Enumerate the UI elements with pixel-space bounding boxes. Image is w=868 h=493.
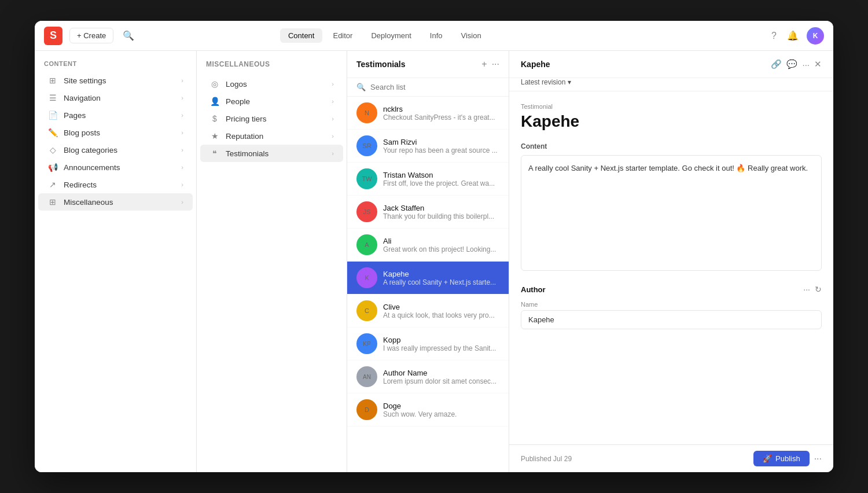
footer-right: 🚀 Publish ··· bbox=[753, 451, 822, 466]
sidebar-item-miscellaneous[interactable]: ⊞ Miscellaneous › bbox=[38, 193, 193, 211]
list-item-kapehe[interactable]: K Kapehe A really cool Sanity + Next.js … bbox=[347, 262, 509, 295]
more-options-button[interactable]: ··· bbox=[492, 59, 499, 69]
sidebar-label-miscellaneous: Miscellaneous bbox=[64, 198, 113, 207]
field-label-testimonial: Testimonial bbox=[521, 103, 822, 110]
close-icon[interactable]: ✕ bbox=[814, 59, 822, 69]
publish-button[interactable]: 🚀 Publish bbox=[753, 451, 810, 466]
item-preview-ali: Great work on this project! Looking... bbox=[383, 245, 499, 253]
panel2-label-logos: Logos bbox=[226, 80, 247, 89]
tab-content[interactable]: Content bbox=[280, 28, 323, 43]
author-refresh-button[interactable]: ↻ bbox=[815, 285, 822, 294]
navigation-icon: ☰ bbox=[47, 93, 58, 102]
sidebar-item-blog-posts[interactable]: ✏️ Blog posts › bbox=[38, 124, 193, 141]
list-item-author-name[interactable]: AN Author Name Lorem ipsum dolor sit ame… bbox=[347, 360, 509, 393]
more-icon[interactable]: ··· bbox=[802, 60, 810, 69]
author-name-input[interactable] bbox=[521, 310, 822, 329]
panel2-item-reputation[interactable]: ★ Reputation › bbox=[200, 127, 343, 145]
chevron-right-icon: › bbox=[181, 181, 183, 188]
panel2-item-pricing-tiers[interactable]: $ Pricing tiers › bbox=[200, 110, 343, 127]
sidebar-label-pages: Pages bbox=[64, 111, 86, 120]
tab-editor[interactable]: Editor bbox=[325, 28, 361, 43]
create-button[interactable]: + Create bbox=[69, 28, 113, 43]
blog-posts-icon: ✏️ bbox=[47, 128, 58, 137]
content-textarea[interactable]: A really cool Sanity + Next.js starter t… bbox=[521, 155, 822, 271]
item-name-kopp: Kopp bbox=[383, 336, 499, 344]
item-preview-kapehe: A really cool Sanity + Next.js starte... bbox=[383, 278, 499, 286]
avatar-sam-rizvi: SR bbox=[356, 135, 377, 156]
comment-icon[interactable]: 💬 bbox=[786, 59, 797, 69]
avatar-kapehe: K bbox=[356, 267, 377, 288]
item-name-kapehe: Kapehe bbox=[383, 270, 499, 278]
add-item-button[interactable]: + bbox=[481, 59, 487, 69]
item-name-jack-staffen: Jack Staffen bbox=[383, 204, 499, 212]
avatar-kopp: KP bbox=[356, 333, 377, 354]
panel4-footer: Published Jul 29 🚀 Publish ··· bbox=[509, 444, 833, 472]
bell-icon[interactable]: 🔔 bbox=[785, 28, 801, 43]
sidebar-item-site-settings[interactable]: ⊞ Site settings › bbox=[38, 72, 193, 89]
list-item-ncklrs[interactable]: N ncklrs Checkout SanityPress - it's a g… bbox=[347, 97, 509, 130]
panel2-item-people[interactable]: 👤 People › bbox=[200, 93, 343, 110]
item-preview-doge: Such wow. Very amaze. bbox=[383, 410, 499, 418]
reputation-icon: ★ bbox=[209, 131, 220, 141]
logo-button[interactable]: S bbox=[44, 27, 62, 45]
help-icon[interactable]: ? bbox=[769, 28, 779, 43]
tab-info[interactable]: Info bbox=[422, 28, 451, 43]
list-item-ali[interactable]: A Ali Great work on this project! Lookin… bbox=[347, 229, 509, 262]
chevron-right-icon: › bbox=[332, 80, 334, 87]
publish-label: Publish bbox=[775, 454, 800, 463]
avatar[interactable]: K bbox=[807, 27, 824, 45]
sidebar-item-pages[interactable]: 📄 Pages › bbox=[38, 106, 193, 124]
panel2-item-logos[interactable]: ◎ Logos › bbox=[200, 75, 343, 93]
sidebar-item-navigation[interactable]: ☰ Navigation › bbox=[38, 89, 193, 106]
avatar-author-name: AN bbox=[356, 366, 377, 387]
chevron-right-icon: › bbox=[181, 94, 183, 101]
panel2-label-reputation: Reputation bbox=[226, 132, 263, 141]
search-button[interactable]: 🔍 bbox=[120, 28, 137, 43]
list-item-jack-staffen[interactable]: JS Jack Staffen Thank you for building t… bbox=[347, 196, 509, 229]
blog-categories-icon: ◇ bbox=[47, 145, 58, 154]
panel3-actions: + ··· bbox=[481, 59, 499, 69]
sidebar-label-blog-categories: Blog categories bbox=[64, 146, 117, 154]
published-text: Published Jul 29 bbox=[521, 455, 572, 463]
announcements-icon: 📢 bbox=[47, 163, 58, 172]
item-preview-jack-staffen: Thank you for building this boilerpl... bbox=[383, 212, 499, 220]
item-name-ncklrs: ncklrs bbox=[383, 105, 499, 113]
list-item-kopp[interactable]: KP Kopp I was really impressed by the Sa… bbox=[347, 328, 509, 360]
item-preview-author-name: Lorem ipsum dolor sit amet consec... bbox=[383, 377, 499, 385]
site-settings-icon: ⊞ bbox=[47, 76, 58, 85]
item-name-clive: Clive bbox=[383, 303, 499, 311]
chevron-right-icon: › bbox=[181, 164, 183, 171]
chevron-right-icon: › bbox=[332, 133, 334, 139]
list-item-clive[interactable]: C Clive At a quick look, that looks very… bbox=[347, 295, 509, 328]
sidebar-item-announcements[interactable]: 📢 Announcements › bbox=[38, 159, 193, 176]
list-item-doge[interactable]: D Doge Such wow. Very amaze. bbox=[347, 393, 509, 426]
avatar-ncklrs: N bbox=[356, 102, 377, 123]
sidebar-item-redirects[interactable]: ↗ Redirects › bbox=[38, 176, 193, 193]
list-item-sam-rizvi[interactable]: SR Sam Rizvi Your repo has been a great … bbox=[347, 130, 509, 163]
revision-selector[interactable]: Latest revision ▾ bbox=[509, 78, 833, 91]
avatar-clive: C bbox=[356, 300, 377, 321]
panel3-title: Testimonials bbox=[356, 60, 406, 69]
sidebar-label-navigation: Navigation bbox=[64, 94, 101, 102]
link-icon[interactable]: 🔗 bbox=[771, 59, 782, 69]
pages-icon: 📄 bbox=[47, 111, 58, 120]
panel2-item-testimonials[interactable]: ❝ Testimonials › bbox=[200, 145, 343, 162]
testimonials-icon: ❝ bbox=[209, 149, 220, 158]
chevron-down-icon: ▾ bbox=[568, 78, 571, 86]
chevron-right-icon: › bbox=[181, 129, 183, 136]
tab-deployment[interactable]: Deployment bbox=[363, 28, 419, 43]
panel4-header: Kapehe 🔗 💬 ··· ✕ bbox=[509, 51, 833, 78]
search-input[interactable] bbox=[370, 83, 499, 91]
author-more-button[interactable]: ··· bbox=[803, 285, 810, 294]
author-header: Author ··· ↻ bbox=[521, 285, 822, 294]
main-layout: Content ⊞ Site settings › ☰ Navigation ›… bbox=[35, 51, 833, 472]
panel4-title: Kapehe bbox=[521, 60, 550, 69]
author-actions: ··· ↻ bbox=[803, 285, 822, 294]
tab-vision[interactable]: Vision bbox=[453, 28, 490, 43]
list-item-tristan-watson[interactable]: TW Tristan Watson First off, love the pr… bbox=[347, 163, 509, 196]
publish-more-button[interactable]: ··· bbox=[814, 454, 822, 464]
chevron-right-icon: › bbox=[332, 115, 334, 122]
avatar-ali: A bbox=[356, 234, 377, 255]
avatar-jack-staffen: JS bbox=[356, 201, 377, 222]
sidebar-item-blog-categories[interactable]: ◇ Blog categories › bbox=[38, 141, 193, 159]
